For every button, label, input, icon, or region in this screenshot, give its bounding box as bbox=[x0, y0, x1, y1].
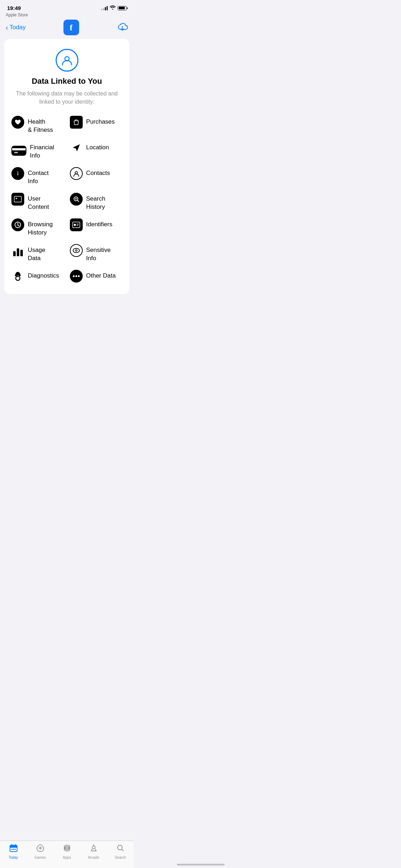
svg-point-4 bbox=[17, 172, 19, 173]
list-item: UsageData bbox=[11, 244, 64, 263]
list-item: SensitiveInfo bbox=[70, 244, 123, 263]
contacts-label: Contacts bbox=[86, 167, 110, 177]
identifiers-icon bbox=[70, 218, 83, 231]
list-item: Health& Fitness bbox=[11, 116, 64, 134]
list-item: SearchHistory bbox=[70, 193, 123, 211]
content-card: Data Linked to You The following data ma… bbox=[4, 39, 129, 294]
browsing-history-icon bbox=[11, 218, 24, 231]
sensitive-info-icon bbox=[70, 244, 83, 257]
svg-point-22 bbox=[75, 275, 77, 277]
privacy-title: Data Linked to You bbox=[32, 77, 102, 86]
svg-point-21 bbox=[73, 275, 74, 277]
svg-point-13 bbox=[74, 224, 76, 226]
health-fitness-label: Health& Fitness bbox=[28, 116, 53, 134]
diagnostics-icon bbox=[11, 270, 24, 283]
contacts-icon bbox=[70, 167, 83, 180]
svg-rect-5 bbox=[17, 173, 18, 175]
data-items-grid: Health& Fitness Purchases FinancialIn bbox=[11, 116, 122, 282]
list-item: UserContent bbox=[11, 193, 64, 211]
other-data-icon bbox=[70, 270, 83, 283]
svg-rect-15 bbox=[77, 225, 78, 226]
svg-rect-14 bbox=[77, 224, 79, 224]
location-label: Location bbox=[86, 141, 109, 152]
other-data-label: Other Data bbox=[86, 270, 116, 280]
svg-rect-7 bbox=[14, 196, 21, 202]
signal-icon bbox=[101, 6, 108, 10]
list-item: FinancialInfo bbox=[11, 141, 64, 160]
heart-icon bbox=[11, 116, 24, 129]
facebook-f-letter: f bbox=[70, 23, 73, 32]
status-icons bbox=[101, 5, 127, 11]
svg-point-20 bbox=[17, 280, 18, 280]
search-history-label: SearchHistory bbox=[86, 193, 106, 211]
diagnostics-label: Diagnostics bbox=[28, 270, 59, 280]
back-label: Today bbox=[10, 24, 26, 31]
location-icon bbox=[70, 141, 83, 154]
svg-point-23 bbox=[78, 275, 79, 277]
wifi-icon bbox=[110, 5, 115, 11]
battery-icon bbox=[118, 6, 127, 10]
svg-point-18 bbox=[76, 250, 77, 251]
list-item: ContactInfo bbox=[11, 167, 64, 186]
svg-rect-2 bbox=[12, 148, 26, 150]
navigation-bar: ‹ Today f bbox=[0, 18, 134, 39]
list-item: Identifiers bbox=[70, 218, 123, 237]
cloud-download-icon[interactable] bbox=[117, 21, 128, 34]
browsing-history-label: BrowsingHistory bbox=[28, 218, 53, 237]
usage-data-icon bbox=[11, 244, 24, 257]
status-time: 19:49 bbox=[7, 5, 21, 11]
back-button[interactable]: ‹ Today bbox=[6, 24, 26, 31]
back-chevron-icon: ‹ bbox=[6, 24, 8, 31]
list-item: Contacts bbox=[70, 167, 123, 186]
privacy-person-icon bbox=[56, 49, 78, 72]
purchases-bag-icon bbox=[70, 116, 83, 129]
usage-data-label: UsageData bbox=[28, 244, 45, 263]
status-bar: 19:49 bbox=[0, 0, 134, 12]
list-item: Purchases bbox=[70, 116, 123, 134]
sensitive-info-label: SensitiveInfo bbox=[86, 244, 111, 263]
contact-info-label: ContactInfo bbox=[28, 167, 49, 186]
svg-rect-3 bbox=[14, 152, 18, 153]
financial-info-label: FinancialInfo bbox=[30, 141, 54, 160]
purchases-label: Purchases bbox=[86, 116, 115, 126]
svg-point-10 bbox=[75, 198, 77, 200]
identifiers-label: Identifiers bbox=[86, 218, 113, 229]
facebook-app-icon: f bbox=[63, 20, 79, 35]
contact-info-icon bbox=[11, 167, 24, 180]
list-item: BrowsingHistory bbox=[11, 218, 64, 237]
list-item: Location bbox=[70, 141, 123, 160]
apple-store-back-label: Apple Store bbox=[6, 12, 134, 17]
search-history-icon bbox=[70, 193, 83, 206]
financial-info-icon bbox=[11, 146, 26, 156]
svg-rect-1 bbox=[12, 146, 26, 155]
privacy-subtitle: The following data may be collected and … bbox=[11, 89, 122, 106]
privacy-header: Data Linked to You The following data ma… bbox=[11, 49, 122, 106]
list-item: Diagnostics bbox=[11, 270, 64, 283]
list-item: Other Data bbox=[70, 270, 123, 283]
user-content-icon bbox=[11, 193, 24, 206]
user-content-label: UserContent bbox=[28, 193, 49, 211]
